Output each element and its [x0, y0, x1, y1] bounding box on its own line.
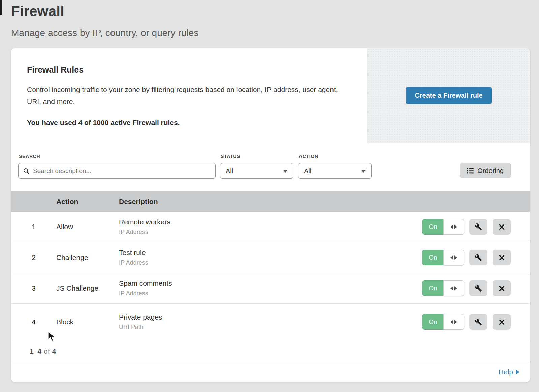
- right-arrow-icon: [454, 225, 457, 229]
- rule-action: Allow: [56, 223, 119, 231]
- overview-section: Firewall Rules Control incoming traffic …: [11, 48, 530, 143]
- section-title: Firewall Rules: [27, 65, 354, 75]
- action-selected-value: All: [304, 167, 311, 175]
- rule-match-type: IP Address: [119, 229, 422, 236]
- toggle-drag-handle[interactable]: [443, 314, 464, 330]
- help-link-label: Help: [499, 368, 513, 376]
- delete-rule-button[interactable]: [493, 280, 511, 296]
- toggle-drag-handle[interactable]: [443, 219, 464, 235]
- description-column-header: Description: [119, 198, 422, 206]
- rule-row: 4 Block Private pages URI Path On: [11, 304, 530, 340]
- search-label: SEARCH: [19, 154, 216, 159]
- left-arrow-icon: [450, 320, 453, 324]
- page-subtitle: Manage access by IP, country, or query r…: [11, 28, 539, 38]
- delete-rule-button[interactable]: [493, 250, 511, 265]
- filters-bar: SEARCH STATUS All ACTION All: [11, 143, 530, 191]
- right-arrow-icon: [454, 320, 457, 324]
- chevron-down-icon: [283, 170, 288, 173]
- close-icon: [498, 254, 505, 261]
- rule-description: Private pages: [119, 313, 422, 321]
- rule-match-type: URI Path: [119, 324, 422, 331]
- toggle-on-label: On: [422, 280, 443, 296]
- rule-controls: On: [422, 280, 530, 296]
- edit-rule-button[interactable]: [469, 280, 487, 296]
- ordering-button[interactable]: Ordering: [460, 163, 511, 178]
- pagination-range: 1–4: [30, 347, 41, 355]
- status-label: STATUS: [221, 154, 293, 159]
- pagination: 1–4 of 4: [11, 340, 530, 362]
- rule-enabled-toggle[interactable]: On: [422, 280, 464, 296]
- firewall-rules-card: Firewall Rules Control incoming traffic …: [11, 48, 530, 382]
- search-box[interactable]: [18, 163, 216, 179]
- usage-note: You have used 4 of 1000 active Firewall …: [27, 119, 354, 127]
- left-arrow-icon: [450, 255, 453, 260]
- card-footer: Help: [11, 362, 530, 382]
- rule-description: Test rule: [119, 249, 422, 257]
- rule-action: JS Challenge: [56, 284, 119, 292]
- left-arrow-icon: [450, 286, 453, 290]
- toggle-drag-handle[interactable]: [443, 280, 464, 296]
- wrench-icon: [475, 284, 482, 292]
- toggle-on-label: On: [422, 250, 443, 265]
- rule-enabled-toggle[interactable]: On: [422, 219, 464, 235]
- list-ordering-icon: [467, 168, 474, 174]
- edit-rule-button[interactable]: [469, 219, 487, 235]
- rule-number: 4: [11, 318, 56, 326]
- rule-row: 3 JS Challenge Spam comments IP Address …: [11, 273, 530, 304]
- close-icon: [498, 285, 505, 292]
- right-arrow-icon: [454, 255, 457, 260]
- table-header: Action Description: [11, 191, 530, 212]
- search-input[interactable]: [33, 167, 211, 175]
- toggle-drag-handle[interactable]: [443, 250, 464, 265]
- edit-rule-button[interactable]: [469, 250, 487, 265]
- toggle-on-label: On: [422, 314, 443, 330]
- status-select[interactable]: All: [220, 163, 293, 179]
- help-link[interactable]: Help: [499, 368, 519, 376]
- edit-rule-button[interactable]: [469, 314, 487, 330]
- rule-description-cell: Remote workers IP Address: [119, 218, 422, 236]
- close-icon: [498, 223, 505, 231]
- create-rule-panel: Create a Firewall rule: [367, 48, 530, 143]
- chevron-down-icon: [361, 170, 366, 173]
- rule-controls: On: [422, 250, 530, 265]
- close-icon: [498, 319, 505, 326]
- screen-edge-artifact: [0, 0, 2, 15]
- page-title: Firewall: [11, 3, 539, 20]
- rule-number: 2: [11, 253, 56, 262]
- page-header: Firewall Manage access by IP, country, o…: [0, 0, 539, 38]
- rule-description-cell: Private pages URI Path: [119, 313, 422, 331]
- rule-enabled-toggle[interactable]: On: [422, 250, 464, 265]
- pagination-separator: of: [44, 347, 50, 355]
- rule-match-type: IP Address: [119, 290, 422, 297]
- wrench-icon: [475, 318, 482, 326]
- rule-number: 1: [11, 223, 56, 231]
- rule-row: 2 Challenge Test rule IP Address On: [11, 242, 530, 273]
- rule-controls: On: [422, 219, 530, 235]
- rule-action: Challenge: [56, 253, 119, 262]
- status-filter: STATUS All: [220, 154, 293, 179]
- rule-enabled-toggle[interactable]: On: [422, 314, 464, 330]
- pagination-total: 4: [52, 347, 56, 355]
- rule-description: Spam comments: [119, 279, 422, 288]
- search-icon: [23, 168, 30, 174]
- toggle-on-label: On: [422, 219, 443, 235]
- delete-rule-button[interactable]: [493, 314, 511, 330]
- wrench-icon: [475, 254, 482, 261]
- action-filter: ACTION All: [298, 154, 372, 179]
- rule-row: 1 Allow Remote workers IP Address On: [11, 212, 530, 242]
- left-arrow-icon: [450, 225, 453, 229]
- ordering-button-label: Ordering: [477, 167, 504, 175]
- create-firewall-rule-button[interactable]: Create a Firewall rule: [406, 87, 491, 104]
- wrench-icon: [475, 223, 482, 231]
- rule-description-cell: Test rule IP Address: [119, 249, 422, 266]
- delete-rule-button[interactable]: [493, 219, 511, 235]
- rule-number: 3: [11, 284, 56, 292]
- rule-description: Remote workers: [119, 218, 422, 226]
- search-filter: SEARCH: [18, 154, 216, 179]
- rule-description-cell: Spam comments IP Address: [119, 279, 422, 297]
- right-arrow-icon: [454, 286, 457, 290]
- rule-match-type: IP Address: [119, 259, 422, 266]
- action-column-header: Action: [56, 198, 119, 206]
- mouse-cursor: [47, 331, 58, 342]
- action-select[interactable]: All: [298, 163, 372, 179]
